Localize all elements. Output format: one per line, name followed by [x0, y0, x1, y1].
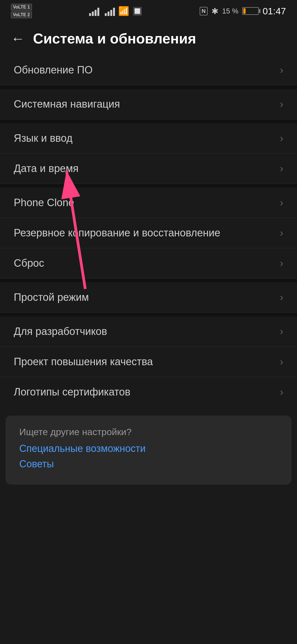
- volte2-badge: VoLTE 2: [11, 12, 32, 18]
- menu-item-backup[interactable]: Резервное копирование и восстановление ›: [0, 218, 297, 248]
- menu-item-navigation[interactable]: Системная навигация ›: [0, 89, 297, 119]
- page-header: ← Система и обновления: [0, 22, 297, 55]
- menu-item-quality-label: Проект повышения качества: [14, 355, 274, 369]
- chevron-backup-icon: ›: [280, 227, 283, 239]
- signal1-icon: [89, 6, 99, 16]
- chevron-quality-icon: ›: [280, 356, 283, 368]
- status-right: N ✱ 15 % 01:47: [200, 6, 286, 17]
- menu-item-phoneclone-label: Phone Clone: [14, 196, 274, 209]
- menu-item-reset-label: Сброс: [14, 256, 274, 270]
- signal2-icon: [105, 6, 115, 16]
- menu-item-developer[interactable]: Для разработчиков ›: [0, 316, 297, 347]
- chevron-certs-icon: ›: [280, 386, 283, 398]
- status-left: VoLTE 1 VoLTE 2: [11, 4, 32, 18]
- wifi-icon: 📶: [118, 6, 129, 16]
- chevron-navigation-icon: ›: [280, 99, 283, 110]
- menu-list: Обновление ПО › Системная навигация › Яз…: [0, 55, 297, 407]
- menu-item-simple[interactable]: Простой режим ›: [0, 282, 297, 313]
- menu-item-datetime[interactable]: Дата и время ›: [0, 154, 297, 184]
- separator-5: [0, 313, 297, 316]
- menu-item-update-label: Обновление ПО: [14, 63, 274, 77]
- menu-item-reset[interactable]: Сброс ›: [0, 248, 297, 279]
- menu-item-datetime-label: Дата и время: [14, 162, 274, 175]
- chevron-reset-icon: ›: [280, 258, 283, 269]
- chevron-simple-icon: ›: [280, 292, 283, 303]
- sim-icon: 🔲: [133, 7, 142, 16]
- chevron-update-icon: ›: [280, 64, 283, 76]
- menu-item-simple-label: Простой режим: [14, 291, 274, 304]
- battery-percent: 15 %: [222, 7, 238, 15]
- menu-item-update[interactable]: Обновление ПО ›: [0, 55, 297, 85]
- back-button[interactable]: ←: [11, 32, 25, 45]
- separator-4: [0, 279, 297, 282]
- menu-item-language-label: Язык и ввод: [14, 132, 274, 145]
- separator-3: [0, 184, 297, 188]
- menu-item-developer-label: Для разработчиков: [14, 325, 274, 338]
- chevron-developer-icon: ›: [280, 326, 283, 337]
- menu-item-phoneclone[interactable]: Phone Clone ›: [0, 188, 297, 218]
- bluetooth-icon: ✱: [211, 6, 218, 16]
- separator-1: [0, 85, 297, 89]
- menu-item-backup-label: Резервное копирование и восстановление: [14, 226, 274, 240]
- menu-item-certs[interactable]: Логотипы сертификатов ›: [0, 377, 297, 407]
- page-title: Система и обновления: [33, 30, 196, 47]
- time-display: 01:47: [263, 6, 286, 17]
- menu-item-language[interactable]: Язык и ввод ›: [0, 123, 297, 154]
- separator-2: [0, 119, 297, 123]
- battery-icon: [242, 7, 259, 15]
- nfc-icon: N: [200, 7, 207, 15]
- chevron-datetime-icon: ›: [280, 163, 283, 174]
- accessibility-link[interactable]: Специальные возможности: [19, 443, 278, 454]
- menu-item-quality[interactable]: Проект повышения качества ›: [0, 347, 297, 377]
- status-bar: VoLTE 1 VoLTE 2 📶 🔲 N ✱ 15 %: [0, 0, 297, 22]
- tips-link[interactable]: Советы: [19, 458, 278, 470]
- footer-card: Ищете другие настройки? Специальные возм…: [6, 416, 292, 485]
- footer-question: Ищете другие настройки?: [19, 427, 278, 437]
- signal-icons: 📶 🔲: [89, 6, 142, 16]
- menu-item-certs-label: Логотипы сертификатов: [14, 385, 274, 399]
- chevron-language-icon: ›: [280, 133, 283, 144]
- chevron-phoneclone-icon: ›: [280, 197, 283, 209]
- menu-item-navigation-label: Системная навигация: [14, 97, 274, 111]
- volte1-badge: VoLTE 1: [11, 4, 32, 10]
